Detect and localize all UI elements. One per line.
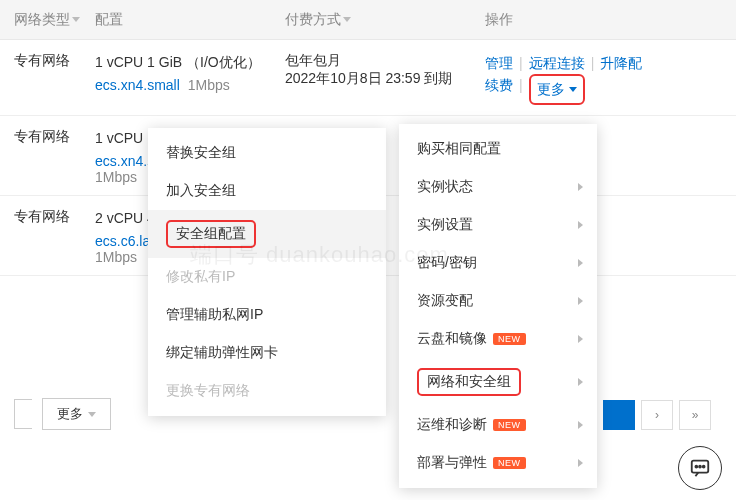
chevron-down-icon	[343, 17, 351, 22]
op-more-highlighted[interactable]: 更多	[529, 74, 585, 104]
table-header: 网络类型 配置 付费方式 操作	[0, 0, 736, 40]
mi-replace-sg[interactable]: 替换安全组	[148, 134, 386, 172]
page-next[interactable]: ›	[641, 400, 673, 430]
chevron-right-icon	[578, 421, 583, 429]
mi-label: 购买相同配置	[417, 140, 501, 158]
cell-payment: 包年包月 2022年10月8日 23:59 到期	[285, 52, 485, 88]
bottom-bar: 更多	[14, 398, 111, 430]
mi-password-key[interactable]: 密码/密钥	[399, 244, 597, 282]
new-badge: NEW	[493, 333, 526, 345]
mi-aux-private-ip[interactable]: 管理辅助私网IP	[148, 296, 386, 334]
new-badge: NEW	[493, 457, 526, 469]
cell-config: 1 vCPU 1 GiB （I/O优化） ecs.xn4.small 1Mbps	[95, 52, 285, 93]
mi-label: 资源变配	[417, 292, 473, 310]
chevron-right-icon	[578, 459, 583, 467]
svg-point-1	[695, 466, 697, 468]
separator: |	[519, 52, 523, 74]
mi-sg-config-highlight: 安全组配置	[166, 220, 256, 248]
cell-network: 专有网络	[0, 208, 95, 226]
mi-label: 实例设置	[417, 216, 473, 234]
bulk-more-button[interactable]: 更多	[42, 398, 111, 430]
mi-label: 云盘和镜像 NEW	[417, 330, 526, 348]
col-header-label: 配置	[95, 11, 123, 29]
mi-label: 运维和诊断 NEW	[417, 416, 526, 434]
chat-icon	[689, 457, 711, 479]
chevron-down-icon	[569, 87, 577, 92]
chevron-right-icon	[578, 297, 583, 305]
mi-instance-settings[interactable]: 实例设置	[399, 206, 597, 244]
mi-sg-config[interactable]: 安全组配置	[148, 210, 386, 258]
mi-deploy-elastic[interactable]: 部署与弹性 NEW	[399, 444, 597, 482]
cell-ops: 管理 | 远程连接 | 升降配 续费 | 更多	[485, 52, 736, 105]
page-last[interactable]: »	[679, 400, 711, 430]
mi-bind-eni[interactable]: 绑定辅助弹性网卡	[148, 334, 386, 372]
bandwidth: 1Mbps	[188, 77, 230, 93]
svg-point-2	[699, 466, 701, 468]
chevron-down-icon	[88, 412, 96, 417]
table-row: 专有网络 1 vCPU 1 GiB （I/O优化） ecs.xn4.small …	[0, 40, 736, 116]
op-updown[interactable]: 升降配	[600, 52, 642, 74]
op-more-label: 更多	[537, 78, 565, 100]
more-dropdown: 购买相同配置 实例状态 实例设置 密码/密钥 资源变配 云盘和镜像 NEW 网络…	[399, 124, 597, 488]
col-header-label: 操作	[485, 11, 513, 29]
svg-point-3	[703, 466, 705, 468]
mi-network-sg-highlight: 网络和安全组	[417, 368, 521, 396]
mi-label: 实例状态	[417, 178, 473, 196]
mi-network-sg[interactable]: 网络和安全组	[399, 358, 597, 406]
mi-buy-same[interactable]: 购买相同配置	[399, 130, 597, 168]
instance-type-link[interactable]: ecs.xn4.small	[95, 77, 180, 93]
submenu-security-group: 替换安全组 加入安全组 安全组配置 修改私有IP 管理辅助私网IP 绑定辅助弹性…	[148, 128, 386, 416]
mi-ops-diag[interactable]: 运维和诊断 NEW	[399, 406, 597, 444]
bulk-more-label: 更多	[57, 405, 83, 423]
separator: |	[519, 74, 523, 104]
col-header-ops: 操作	[485, 11, 736, 29]
config-spec: 1 vCPU 1 GiB （I/O优化）	[95, 52, 285, 73]
op-remote[interactable]: 远程连接	[529, 52, 585, 74]
chat-button[interactable]	[678, 446, 722, 490]
chevron-right-icon	[578, 335, 583, 343]
chevron-right-icon	[578, 183, 583, 191]
mi-modify-private-ip: 修改私有IP	[148, 258, 386, 296]
chevron-right-icon	[578, 221, 583, 229]
new-badge: NEW	[493, 419, 526, 431]
mi-label: 密码/密钥	[417, 254, 477, 272]
chevron-right-icon	[578, 259, 583, 267]
mi-instance-status[interactable]: 实例状态	[399, 168, 597, 206]
chevron-right-icon: ›	[655, 408, 659, 422]
chevron-right-icon	[578, 378, 583, 386]
pagination: › »	[603, 400, 711, 430]
chevron-double-right-icon: »	[692, 408, 699, 422]
col-header-label: 网络类型	[14, 11, 70, 29]
op-manage[interactable]: 管理	[485, 52, 513, 74]
col-header-payment[interactable]: 付费方式	[285, 11, 485, 29]
payment-expire: 2022年10月8日 23:59 到期	[285, 70, 485, 88]
cell-network: 专有网络	[0, 128, 95, 146]
col-header-label: 付费方式	[285, 11, 341, 29]
mi-resource-change[interactable]: 资源变配	[399, 282, 597, 320]
separator: |	[591, 52, 595, 74]
col-header-network[interactable]: 网络类型	[0, 11, 95, 29]
mi-change-vpc: 更换专有网络	[148, 372, 386, 410]
cell-network: 专有网络	[0, 52, 95, 70]
page-current[interactable]	[603, 400, 635, 430]
mi-label: 部署与弹性 NEW	[417, 454, 526, 472]
mi-join-sg[interactable]: 加入安全组	[148, 172, 386, 210]
payment-type: 包年包月	[285, 52, 485, 70]
chevron-down-icon	[72, 17, 80, 22]
op-renew[interactable]: 续费	[485, 74, 513, 104]
col-header-config: 配置	[95, 11, 285, 29]
mi-disk-image[interactable]: 云盘和镜像 NEW	[399, 320, 597, 358]
